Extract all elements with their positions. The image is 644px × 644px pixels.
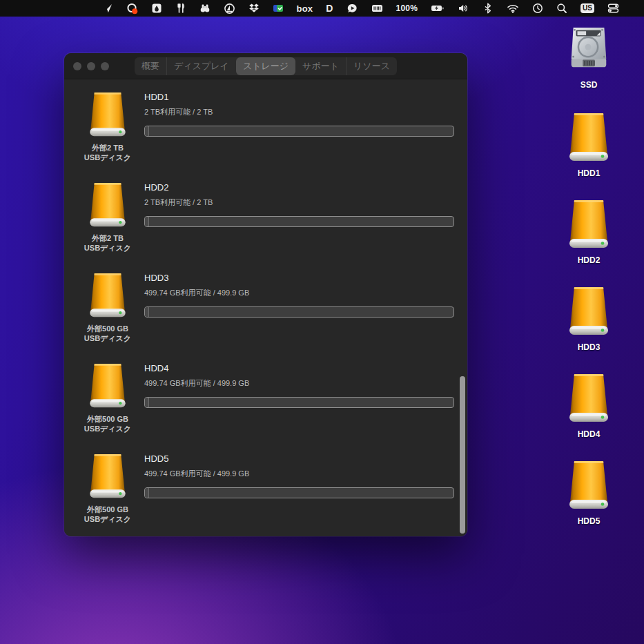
usage-bar-used <box>145 398 149 407</box>
external-drive-icon <box>88 273 128 321</box>
external-drive-icon <box>88 363 128 411</box>
drive-kind-label: 外部500 GB USBディスク <box>84 324 131 344</box>
external-drive-icon <box>88 92 128 140</box>
tab-storage[interactable]: ストレージ <box>236 57 295 75</box>
tab-support[interactable]: サポート <box>295 57 346 75</box>
clock-icon[interactable] <box>532 2 543 14</box>
desktop-icon-hdd2[interactable]: HDD2 <box>551 197 627 284</box>
battery-percent-label[interactable]: 100% <box>396 2 418 14</box>
dropbox-icon[interactable] <box>248 2 260 14</box>
drive-row-hdd4: 外部500 GB USBディスク HDD4 499.74 GB利用可能 / 49… <box>64 351 467 441</box>
drive-usage-text: 499.74 GB利用可能 / 499.9 GB <box>144 378 454 389</box>
usage-bar-used <box>145 217 149 226</box>
drive-kind-label: 外部500 GB USBディスク <box>84 505 131 525</box>
drive-name: HDD5 <box>144 453 454 464</box>
desktop-icon-label: HDD5 <box>578 516 601 526</box>
drive-kind-label: 外部2 TB USBディスク <box>84 143 131 163</box>
binoculars-icon[interactable] <box>199 2 211 14</box>
external-drive-icon <box>88 182 128 231</box>
close-button[interactable] <box>73 62 81 70</box>
external-drive-icon <box>567 373 610 426</box>
usage-bar-used <box>145 488 149 498</box>
desktop-icon-label: HDD1 <box>578 168 601 178</box>
box-logo[interactable]: box <box>297 2 313 14</box>
internal-drive-icon <box>567 26 611 77</box>
desktop-icon-label: HDD2 <box>578 255 601 265</box>
usage-bar <box>144 306 454 318</box>
tab-resources[interactable]: リソース <box>346 57 397 75</box>
usage-bar <box>144 126 454 137</box>
tab-displays[interactable]: ディスプレイ <box>166 57 236 75</box>
external-drive-icon <box>567 199 610 252</box>
usage-bar <box>144 216 454 227</box>
usage-bar <box>144 487 454 498</box>
droplet-app-icon[interactable] <box>151 2 162 14</box>
desktop-icon-label: HDD3 <box>578 342 601 352</box>
bluetooth-icon[interactable] <box>482 2 494 14</box>
drive-name: HDD2 <box>144 182 454 193</box>
tab-overview[interactable]: 概要 <box>135 57 166 75</box>
desktop-icon-ssd[interactable]: SSD <box>551 23 627 110</box>
window-titlebar[interactable]: 概要 ディスプレイ ストレージ サポート リソース <box>64 53 467 79</box>
minimize-button[interactable] <box>87 62 95 70</box>
external-drive-icon <box>88 453 128 502</box>
menu-bar: box D 100% <box>0 0 644 17</box>
external-drive-icon <box>567 113 610 165</box>
drive-usage-text: 2 TB利用可能 / 2 TB <box>144 107 454 117</box>
green-check-badge-icon[interactable] <box>273 2 284 14</box>
utensils-icon[interactable] <box>175 2 186 14</box>
vertical-scrollbar-thumb[interactable] <box>460 376 465 534</box>
system-info-window: 概要 ディスプレイ ストレージ サポート リソース 外部2 TB USBディスク… <box>64 53 467 536</box>
storage-panel: 外部2 TB USBディスク HDD1 2 TB利用可能 / 2 TB 外部2 … <box>64 79 467 536</box>
zoom-button[interactable] <box>101 62 109 70</box>
external-drive-icon <box>567 286 610 339</box>
drive-kind-label: 外部500 GB USBディスク <box>84 414 131 434</box>
drive-row-hdd5: 外部500 GB USBディスク HDD5 499.74 GB利用可能 / 49… <box>64 441 467 531</box>
drive-row-hdd3: 外部500 GB USBディスク HDD3 499.74 GB利用可能 / 49… <box>64 260 467 351</box>
sail-circle-icon[interactable] <box>224 2 235 14</box>
tab-bar: 概要 ディスプレイ ストレージ サポート リソース <box>135 57 397 75</box>
input-source-label: US <box>580 3 594 13</box>
drive-name: HDD3 <box>144 273 454 283</box>
desktop-icon-hdd4[interactable]: HDD4 <box>551 371 627 458</box>
desktop-icon-hdd3[interactable]: HDD3 <box>551 284 627 371</box>
desktop-icon-column: SSD HDD1 HDD2 HDD3 HDD4 HDD5 <box>551 23 627 545</box>
drive-row-hdd2: 外部2 TB USBディスク HDD2 2 TB利用可能 / 2 TB <box>64 170 467 260</box>
desktop-icon-hdd1[interactable]: HDD1 <box>551 110 627 197</box>
drive-kind-label: 外部2 TB USBディスク <box>84 233 131 253</box>
desktop-icon-label: SSD <box>580 80 598 90</box>
traffic-lights <box>73 62 109 70</box>
search-icon[interactable] <box>556 2 567 14</box>
drive-usage-text: 2 TB利用可能 / 2 TB <box>144 197 454 208</box>
location-arrow-icon[interactable] <box>102 2 113 14</box>
input-source-badge[interactable]: US <box>580 2 594 14</box>
desktop-icon-hdd5[interactable]: HDD5 <box>551 458 627 545</box>
wifi-icon[interactable] <box>507 2 519 14</box>
usage-bar-used <box>145 307 149 317</box>
barcode-icon[interactable] <box>371 2 383 14</box>
creative-cloud-icon[interactable] <box>126 2 138 14</box>
drive-name: HDD4 <box>144 363 454 373</box>
drive-name: HDD1 <box>144 92 454 102</box>
battery-charging-icon[interactable] <box>431 2 445 14</box>
usage-bar-used <box>145 126 149 136</box>
drive-usage-text: 499.74 GB利用可能 / 499.9 GB <box>144 288 454 298</box>
usage-bar <box>144 397 454 408</box>
deepl-logo[interactable]: D <box>326 2 333 14</box>
drive-row-hdd1: 外部2 TB USBディスク HDD1 2 TB利用可能 / 2 TB <box>64 79 467 170</box>
control-center-icon[interactable] <box>607 2 619 14</box>
desktop-icon-label: HDD4 <box>578 429 601 439</box>
drive-usage-text: 499.74 GB利用可能 / 499.9 GB <box>144 469 454 479</box>
volume-icon[interactable] <box>458 2 469 14</box>
share-bubble-icon[interactable] <box>347 2 358 14</box>
external-drive-icon <box>567 460 610 513</box>
